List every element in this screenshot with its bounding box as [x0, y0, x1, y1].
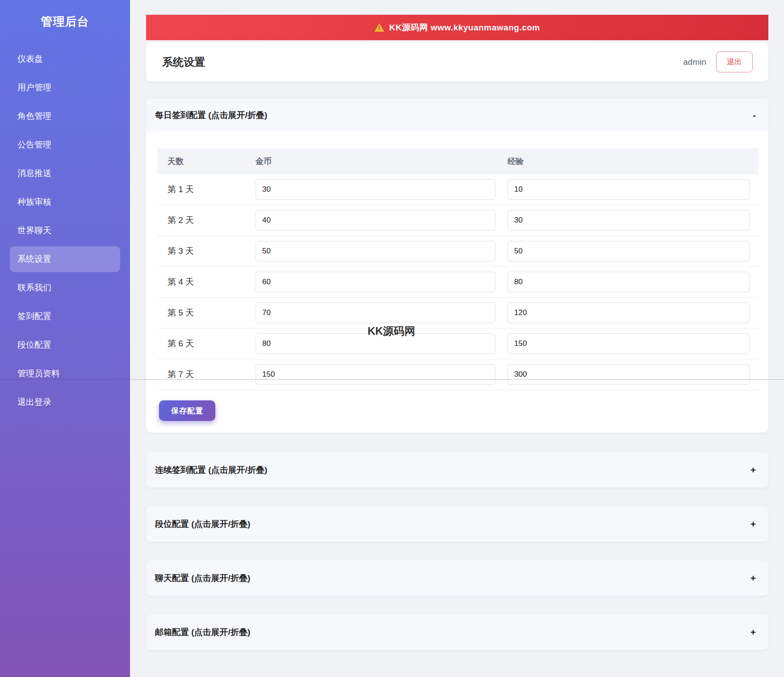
banner-text: KK源码网 www.kkyuanmawang.com — [389, 22, 540, 34]
page-title: 系统设置 — [162, 55, 205, 69]
sidebar-item-label: 用户管理 — [17, 82, 51, 93]
sidebar-item-6[interactable]: 世界聊天 — [10, 218, 120, 244]
sidebar-item-4[interactable]: 消息推送 — [10, 160, 120, 186]
sidebar-item-label: 退出登录 — [17, 396, 51, 408]
sidebar-item-10[interactable]: 段位配置 — [10, 332, 120, 358]
column-header-exp: 经验 — [507, 156, 750, 167]
collapse-icon[interactable]: - — [753, 110, 756, 121]
section-title: 每日签到配置 (点击展开/折叠) — [155, 109, 267, 121]
sidebar-item-label: 仪表盘 — [17, 53, 43, 65]
exp-input[interactable] — [507, 303, 750, 323]
section-daily-signin-body: 天数 金币 经验 第 1 天第 2 天第 3 天第 4 天第 5 天第 6 天第… — [146, 131, 768, 433]
sidebar-item-label: 世界聊天 — [17, 225, 51, 236]
section-daily-signin-header[interactable]: 每日签到配置 (点击展开/折叠) - — [146, 99, 768, 131]
day-label: 第 4 天 — [157, 276, 256, 288]
table-row: 第 4 天 — [157, 267, 759, 298]
save-config-button[interactable]: 保存配置 — [159, 400, 215, 421]
section-title: 段位配置 (点击展开/折叠) — [155, 518, 250, 530]
table-row: 第 1 天 — [157, 174, 759, 205]
section-daily-signin: 每日签到配置 (点击展开/折叠) - 天数 金币 经验 第 1 天第 2 天第 … — [146, 99, 768, 433]
sidebar-item-label: 角色管理 — [17, 110, 51, 122]
signin-table-rows: 第 1 天第 2 天第 3 天第 4 天第 5 天第 6 天第 7 天 — [157, 174, 759, 390]
section-title: 邮箱配置 (点击展开/折叠) — [155, 627, 250, 638]
sidebar-item-label: 联系我们 — [17, 282, 51, 294]
day-label: 第 6 天 — [157, 338, 256, 349]
gold-input[interactable] — [256, 179, 495, 200]
section-title: 聊天配置 (点击展开/折叠) — [155, 572, 250, 584]
warning-icon — [374, 23, 384, 32]
gold-input[interactable] — [256, 364, 495, 385]
sidebar-item-label: 签到配置 — [17, 311, 51, 322]
table-row: 第 5 天 — [157, 298, 759, 328]
sidebar-item-label: 段位配置 — [17, 339, 51, 351]
gold-input[interactable] — [256, 303, 495, 323]
sidebar-item-label: 消息推送 — [17, 168, 51, 179]
day-label: 第 2 天 — [157, 214, 256, 226]
column-header-gold: 金币 — [256, 156, 495, 167]
section-chat[interactable]: 聊天配置 (点击展开/折叠)+ — [146, 560, 768, 596]
table-row: 第 7 天 — [157, 359, 759, 390]
column-header-day: 天数 — [157, 156, 256, 167]
gold-input[interactable] — [256, 210, 495, 231]
sidebar-item-12[interactable]: 退出登录 — [10, 389, 120, 415]
expand-icon[interactable]: + — [750, 573, 756, 584]
exp-input[interactable] — [507, 333, 750, 354]
main-area: KK源码网 www.kkyuanmawang.com 系统设置 admin 退出… — [130, 0, 784, 677]
sidebar-item-7[interactable]: 系统设置 — [10, 246, 120, 272]
app-title: 管理后台 — [0, 0, 130, 29]
header-right: admin 退出 — [683, 51, 753, 72]
sidebar-item-11[interactable]: 管理员资料 — [10, 361, 120, 387]
expand-icon[interactable]: + — [750, 465, 756, 475]
section-title: 连续签到配置 (点击展开/折叠) — [155, 464, 267, 476]
sidebar-item-1[interactable]: 用户管理 — [10, 75, 120, 101]
exp-input[interactable] — [507, 272, 750, 292]
expand-icon[interactable]: + — [750, 627, 756, 638]
gold-input[interactable] — [256, 241, 495, 261]
exp-input[interactable] — [507, 210, 750, 231]
sidebar-item-label: 系统设置 — [17, 253, 51, 265]
collapsed-sections: 连续签到配置 (点击展开/折叠)+段位配置 (点击展开/折叠)+聊天配置 (点击… — [146, 452, 768, 650]
sidebar-item-label: 种族审核 — [17, 196, 51, 208]
gold-input[interactable] — [256, 333, 495, 354]
day-label: 第 7 天 — [157, 369, 256, 380]
day-label: 第 1 天 — [157, 184, 256, 195]
sidebar-item-3[interactable]: 公告管理 — [10, 132, 120, 158]
promo-banner: KK源码网 www.kkyuanmawang.com — [146, 15, 768, 40]
page-header: 系统设置 admin 退出 — [146, 42, 768, 81]
logout-button[interactable]: 退出 — [716, 51, 753, 72]
sidebar-item-0[interactable]: 仪表盘 — [10, 46, 120, 72]
section-continuous-signin[interactable]: 连续签到配置 (点击展开/折叠)+ — [146, 452, 768, 488]
sidebar-item-label: 公告管理 — [17, 139, 51, 151]
exp-input[interactable] — [507, 179, 750, 200]
gold-input[interactable] — [256, 272, 495, 292]
exp-input[interactable] — [507, 241, 750, 261]
section-rank[interactable]: 段位配置 (点击展开/折叠)+ — [146, 506, 768, 542]
section-mail[interactable]: 邮箱配置 (点击展开/折叠)+ — [146, 614, 768, 650]
sidebar-nav: 仪表盘用户管理角色管理公告管理消息推送种族审核世界聊天系统设置联系我们签到配置段… — [0, 46, 130, 415]
table-header-row: 天数 金币 经验 — [157, 148, 759, 174]
table-row: 第 6 天 — [157, 328, 759, 359]
sidebar-item-label: 管理员资料 — [17, 368, 60, 379]
expand-icon[interactable]: + — [750, 519, 756, 530]
sidebar-item-9[interactable]: 签到配置 — [10, 303, 120, 329]
sidebar-item-2[interactable]: 角色管理 — [10, 103, 120, 129]
sidebar-item-5[interactable]: 种族审核 — [10, 189, 120, 215]
exp-input[interactable] — [507, 364, 750, 385]
sidebar: 管理后台 仪表盘用户管理角色管理公告管理消息推送种族审核世界聊天系统设置联系我们… — [0, 0, 130, 677]
table-row: 第 2 天 — [157, 205, 759, 236]
table-row: 第 3 天 — [157, 236, 759, 267]
day-label: 第 5 天 — [157, 307, 256, 319]
sidebar-item-8[interactable]: 联系我们 — [10, 275, 120, 301]
username-label: admin — [683, 57, 706, 67]
day-label: 第 3 天 — [157, 245, 256, 257]
